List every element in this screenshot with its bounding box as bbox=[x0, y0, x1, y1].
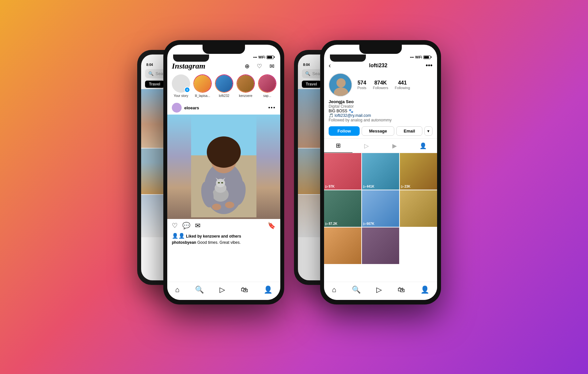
follow-button[interactable]: Follow bbox=[329, 126, 360, 136]
profile-info-row: 574 Posts 874K Followers 441 Following bbox=[324, 72, 437, 98]
post-user[interactable]: eloears bbox=[172, 103, 199, 113]
save-icon[interactable]: 🔖 bbox=[268, 222, 276, 229]
right-search-icon[interactable]: 🔍 bbox=[352, 286, 361, 294]
grid-item-7[interactable] bbox=[324, 227, 361, 264]
followers-count: 874K bbox=[374, 80, 387, 86]
comment-icon[interactable]: 💬 bbox=[182, 222, 190, 229]
search-icon: 🔍 bbox=[148, 71, 154, 76]
play-icon-1: ▷ bbox=[325, 185, 328, 188]
posts-count: 574 bbox=[357, 80, 366, 86]
tab-grid[interactable]: ⊞ bbox=[324, 139, 352, 153]
messenger-icon[interactable]: ✉ bbox=[268, 62, 276, 70]
reels-nav-icon[interactable]: ▷ bbox=[220, 286, 225, 294]
story-2[interactable]: lofti232 bbox=[215, 74, 233, 98]
profile-pic-svg bbox=[329, 74, 352, 97]
views-2: 441K bbox=[367, 185, 374, 188]
story-1[interactable]: lil_lapisa... bbox=[193, 74, 212, 98]
play-icon-5: ▷ bbox=[363, 222, 366, 226]
battery-icon bbox=[267, 55, 274, 59]
reel-badge-4: ▷ 87.2K bbox=[325, 222, 337, 226]
right-reels-icon[interactable]: ▷ bbox=[376, 286, 382, 294]
grid-item-8[interactable] bbox=[362, 227, 399, 264]
bio-email[interactable]: 🎵 lofti232@ry.mail.com bbox=[329, 113, 433, 118]
profile-header-bar: ‹ lofti232 ••• bbox=[324, 60, 437, 72]
add-story-btn[interactable]: + bbox=[184, 87, 190, 93]
search-nav-icon[interactable]: 🔍 bbox=[195, 286, 204, 294]
right-bottom-nav: ⌂ 🔍 ▷ 🛍 👤 bbox=[324, 282, 437, 300]
story-3[interactable]: kenzoere bbox=[237, 74, 255, 98]
post-options-icon[interactable]: ••• bbox=[268, 105, 276, 111]
stat-following: 441 Following bbox=[395, 80, 410, 90]
grid-item-5[interactable]: ▷ 667K bbox=[362, 190, 399, 227]
grid-item-2[interactable]: ▷ 441K bbox=[362, 153, 399, 190]
message-button[interactable]: Message bbox=[362, 126, 394, 136]
front-notch bbox=[203, 45, 245, 54]
grid-item-4[interactable]: ▷ 87.2K bbox=[324, 190, 361, 227]
reel-badge-1: ▷ 97K bbox=[325, 185, 335, 188]
dropdown-button[interactable]: ▾ bbox=[424, 126, 433, 136]
profile-actions: Follow Message Email ▾ bbox=[324, 124, 437, 138]
shop-nav-icon[interactable]: 🛍 bbox=[241, 286, 248, 294]
reel-badge-3: ▷ 23K bbox=[401, 185, 410, 188]
story-label-4: sap... bbox=[263, 94, 271, 98]
profile-tabs: ⊞ ▷ ▶ 👤 bbox=[324, 138, 437, 153]
like-icon[interactable]: ♡ bbox=[172, 222, 178, 229]
back-button[interactable]: ‹ bbox=[329, 62, 331, 69]
share-icon[interactable]: ✉ bbox=[195, 222, 201, 229]
story-your[interactable]: + Your story bbox=[172, 74, 190, 98]
ig-header: Instagram ⊕ ♡ ✉ bbox=[167, 60, 280, 73]
category-pill[interactable]: Travel bbox=[145, 81, 164, 88]
story-label-0: Your story bbox=[174, 94, 188, 98]
views-3: 23K bbox=[404, 185, 410, 188]
bio-title: Digital Creator bbox=[329, 104, 433, 109]
likes-icon[interactable]: ♡ bbox=[255, 62, 263, 70]
svg-point-4 bbox=[207, 136, 241, 168]
story-label-2: lofti232 bbox=[219, 94, 229, 98]
grid-item-9[interactable] bbox=[400, 227, 437, 264]
bio-followed-by: Followed by analog and autonommy bbox=[329, 118, 433, 122]
post-avatar bbox=[172, 103, 182, 113]
post-likes: 👤👤 Liked by kenzoere and others bbox=[167, 232, 280, 240]
right-category-pill[interactable]: Travel bbox=[302, 81, 321, 88]
post-image bbox=[167, 115, 280, 219]
posts-label: Posts bbox=[357, 86, 367, 90]
profile-picture bbox=[329, 73, 352, 97]
post-img-content bbox=[167, 115, 280, 219]
svg-point-17 bbox=[336, 78, 346, 87]
left-front-phone: 9:41 ▪▪▪ WiFi Instagram ⊕ ♡ ✉ bbox=[163, 40, 284, 304]
tab-tagged[interactable]: 👤 bbox=[409, 139, 437, 153]
profile-options-icon[interactable]: ••• bbox=[426, 62, 433, 69]
time: 8:04 bbox=[146, 63, 153, 67]
home-nav-icon[interactable]: ⌂ bbox=[175, 286, 179, 294]
bio-line1: BIG BOSS 🐾 bbox=[329, 109, 433, 113]
play-icon-3: ▷ bbox=[401, 185, 404, 188]
post-illustration bbox=[191, 116, 256, 217]
grid-item-3[interactable]: ▷ 23K bbox=[400, 153, 437, 190]
email-button[interactable]: Email bbox=[396, 126, 422, 136]
right-profile-icon[interactable]: 👤 bbox=[420, 286, 429, 294]
profile-nav-icon[interactable]: 👤 bbox=[264, 286, 272, 294]
reel-badge-2: ▷ 441K bbox=[363, 185, 374, 188]
views-4: 87.2K bbox=[329, 222, 337, 226]
tab-reels[interactable]: ▷ bbox=[352, 139, 381, 153]
stories-row: + Your story lil_lapisa... bbox=[167, 73, 280, 101]
wifi-icon: WiFi bbox=[258, 55, 265, 59]
profile-username: lofti232 bbox=[369, 63, 387, 69]
right-wifi-icon: WiFi bbox=[415, 55, 422, 59]
tab-igtv[interactable]: ▶ bbox=[381, 139, 409, 153]
add-post-icon[interactable]: ⊕ bbox=[243, 62, 251, 70]
right-home-icon[interactable]: ⌂ bbox=[332, 286, 336, 294]
profile-bio: Jeongja Seo Digital Creator BIG BOSS 🐾 🎵… bbox=[324, 98, 437, 124]
grid-item-1[interactable]: ▷ 97K bbox=[324, 153, 361, 190]
ig-header-icons: ⊕ ♡ ✉ bbox=[243, 62, 276, 70]
views-1: 97K bbox=[329, 185, 335, 188]
right-front-phone: 9:41 ▪▪▪ WiFi ‹ lofti232 ••• bbox=[320, 40, 441, 304]
story-4[interactable]: sap... bbox=[258, 74, 276, 98]
following-label: Following bbox=[395, 86, 410, 90]
right-shop-icon[interactable]: 🛍 bbox=[398, 286, 405, 294]
likes-text: Liked by kenzoere and others bbox=[186, 234, 241, 239]
profile-stats: 574 Posts 874K Followers 441 Following bbox=[357, 80, 433, 90]
play-icon-4: ▷ bbox=[325, 222, 328, 226]
stat-followers: 874K Followers bbox=[373, 80, 388, 90]
grid-item-6[interactable] bbox=[400, 190, 437, 227]
